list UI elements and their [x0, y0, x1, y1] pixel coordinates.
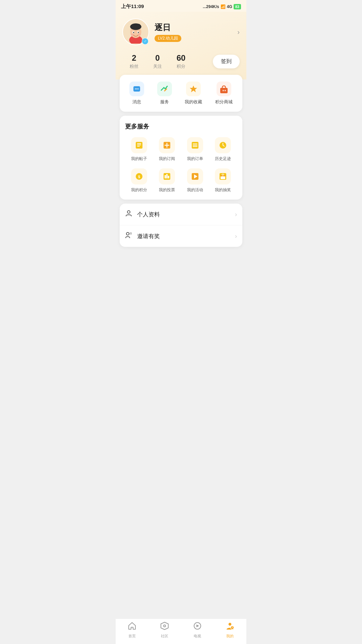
- my-activity-label: 我的活动: [187, 187, 203, 193]
- more-services-card: 更多服务 我的帖子: [120, 116, 242, 200]
- svg-rect-29: [193, 145, 197, 146]
- profile-info-label: 个人资料: [137, 211, 235, 218]
- fans-stat[interactable]: 2 粉丝: [122, 53, 146, 69]
- history-icon: [215, 137, 231, 153]
- my-votes-label: 我的投票: [159, 187, 175, 193]
- svg-rect-36: [166, 174, 168, 178]
- svg-point-10: [131, 34, 133, 36]
- collect-label: 我的收藏: [185, 99, 202, 105]
- action-shop[interactable]: 积分商城: [215, 82, 233, 105]
- service-my-subscribe[interactable]: 我的订阅: [153, 137, 181, 162]
- battery-indicator: 83: [234, 4, 241, 9]
- profile-info: 逐日 LV2.幼儿园: [155, 22, 232, 42]
- svg-point-13: [135, 89, 136, 90]
- svg-point-14: [136, 89, 137, 90]
- service-my-lottery[interactable]: 我的抽奖: [209, 168, 237, 193]
- profile-name: 逐日: [155, 22, 232, 33]
- svg-point-45: [126, 232, 129, 235]
- my-posts-icon: [131, 137, 147, 153]
- svg-rect-19: [225, 90, 226, 91]
- profile-header[interactable]: ♂ 逐日 LV2.幼儿园 ›: [122, 18, 240, 45]
- service-history[interactable]: 历史足迹: [209, 137, 237, 162]
- svg-point-15: [138, 89, 139, 90]
- svg-rect-18: [223, 90, 224, 91]
- svg-rect-22: [137, 145, 141, 145]
- follow-stat[interactable]: 0 关注: [146, 53, 169, 69]
- profile-section: ♂ 逐日 LV2.幼儿园 › 2 粉丝 0 关注 60 积分: [116, 12, 246, 79]
- status-right: ...294K/s 📶 4G 83: [203, 4, 241, 9]
- my-points-label: 我的积分: [131, 187, 147, 193]
- gender-icon: ♂: [142, 38, 148, 45]
- my-votes-icon: [159, 168, 175, 184]
- services-grid: 我的帖子 我的订阅: [125, 137, 237, 193]
- message-label: 消息: [132, 99, 141, 105]
- points-label: 积分: [177, 63, 185, 69]
- avatar[interactable]: ♂: [122, 18, 149, 45]
- my-orders-icon: [187, 137, 203, 153]
- my-lottery-icon: [215, 168, 231, 184]
- menu-invite-reward[interactable]: 邀请有奖 ›: [120, 225, 242, 247]
- stats-row: 2 粉丝 0 关注 60 积分 签到: [122, 53, 240, 69]
- service-icon: [157, 82, 172, 96]
- history-label: 历史足迹: [215, 156, 231, 162]
- svg-point-11: [138, 34, 140, 36]
- menu-profile-info[interactable]: 个人资料 ›: [120, 204, 242, 225]
- service-my-votes[interactable]: 我的投票: [153, 168, 181, 193]
- shop-label: 积分商城: [215, 99, 233, 105]
- action-service[interactable]: 服务: [157, 82, 172, 105]
- follow-label: 关注: [153, 63, 162, 69]
- my-lottery-label: 我的抽奖: [215, 187, 231, 193]
- shop-icon: [217, 82, 231, 96]
- svg-point-8: [133, 32, 134, 33]
- svg-rect-28: [193, 144, 197, 144]
- my-subscribe-label: 我的订阅: [159, 156, 175, 162]
- svg-text:$: $: [138, 175, 140, 179]
- my-points-icon: $: [131, 168, 147, 184]
- points-count: 60: [177, 53, 186, 63]
- my-subscribe-icon: [159, 137, 175, 153]
- service-my-posts[interactable]: 我的帖子: [125, 137, 153, 162]
- fans-count: 2: [132, 53, 136, 63]
- level-badge: LV2.幼儿园: [155, 35, 181, 42]
- action-collect[interactable]: 我的收藏: [185, 82, 202, 105]
- message-icon: [129, 82, 144, 96]
- menu-section: 个人资料 › 邀请有奖 ›: [120, 204, 242, 247]
- svg-point-9: [138, 32, 139, 33]
- svg-rect-21: [137, 143, 141, 144]
- invite-reward-icon: [125, 231, 132, 241]
- invite-reward-arrow: ›: [235, 233, 237, 240]
- signal-text: ...294K/s: [203, 4, 219, 9]
- service-label: 服务: [160, 99, 169, 105]
- fans-label: 粉丝: [130, 63, 138, 69]
- more-services-title: 更多服务: [125, 122, 237, 130]
- profile-arrow[interactable]: ›: [237, 28, 240, 36]
- invite-reward-label: 邀请有奖: [137, 232, 235, 240]
- svg-rect-37: [168, 176, 169, 178]
- svg-point-44: [127, 211, 130, 213]
- status-time: 上午11:09: [121, 3, 144, 10]
- svg-rect-23: [137, 146, 140, 147]
- svg-rect-30: [193, 146, 197, 147]
- quick-actions-card: 消息 服务 我的收藏: [120, 75, 242, 112]
- service-my-points[interactable]: $ 我的积分: [125, 168, 153, 193]
- my-orders-label: 我的订单: [187, 156, 203, 162]
- my-posts-label: 我的帖子: [131, 156, 147, 162]
- action-message[interactable]: 消息: [129, 82, 144, 105]
- status-bar: 上午11:09 ...294K/s 📶 4G 83: [116, 0, 246, 12]
- checkin-button[interactable]: 签到: [213, 55, 240, 68]
- network-type: 4G: [227, 4, 232, 9]
- profile-info-arrow: ›: [235, 211, 237, 218]
- service-my-orders[interactable]: 我的订单: [181, 137, 209, 162]
- my-activity-icon: [187, 168, 203, 184]
- network-icon: 📶: [221, 4, 226, 9]
- points-stat[interactable]: 60 积分: [169, 53, 193, 69]
- service-my-activity[interactable]: 我的活动: [181, 168, 209, 193]
- svg-rect-35: [165, 175, 166, 178]
- follow-count: 0: [155, 53, 160, 63]
- collect-icon: [186, 82, 201, 96]
- svg-marker-16: [190, 86, 197, 92]
- profile-info-icon: [125, 210, 132, 219]
